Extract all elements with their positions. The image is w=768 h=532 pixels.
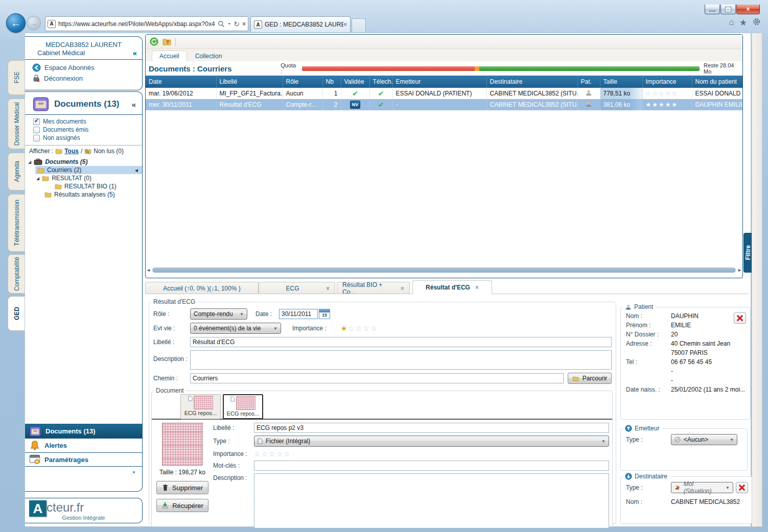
- tree-item-courriers[interactable]: Courriers (2) ◄: [35, 166, 142, 174]
- calendar-icon[interactable]: 15: [319, 309, 330, 319]
- tab-close-icon[interactable]: ×: [401, 285, 404, 292]
- module-tab-ged[interactable]: GED: [8, 296, 25, 331]
- stop-icon[interactable]: ×: [242, 20, 246, 28]
- tree-expander-icon[interactable]: ◢: [28, 160, 31, 164]
- list-tab-accueil[interactable]: Accueil: [152, 51, 187, 61]
- favorites-star-icon[interactable]: ★: [739, 17, 747, 28]
- minimize-button[interactable]: [705, 5, 720, 14]
- col-date[interactable]: Date: [146, 76, 216, 88]
- doc-libelle-input[interactable]: [254, 423, 609, 433]
- back-button[interactable]: ←: [6, 13, 26, 33]
- doc-type-select[interactable]: Fichier (Intégral) ▼: [254, 436, 609, 447]
- module-tab-teletransmission[interactable]: Télétransmission: [8, 194, 25, 252]
- accordion-parametrages[interactable]: Paramétrages: [25, 452, 142, 467]
- module-tab-comptabilite[interactable]: Comptabilité: [8, 254, 25, 294]
- collapse-documents-icon[interactable]: «: [132, 100, 138, 109]
- collapse-account-icon[interactable]: «: [133, 49, 142, 57]
- refresh-icon[interactable]: [150, 37, 158, 46]
- importance-stars[interactable]: ☆☆☆☆☆: [646, 90, 679, 97]
- new-tab-button[interactable]: [352, 18, 366, 32]
- detail-tab-resultat-ecg[interactable]: Résultat d'ECG×: [412, 280, 492, 294]
- col-pat[interactable]: Pat.: [577, 76, 600, 88]
- folder-key-icon[interactable]: [162, 38, 171, 45]
- tree-expander-icon[interactable]: ◢: [36, 176, 39, 181]
- col-role[interactable]: Rôle: [283, 76, 322, 88]
- remove-patient-button[interactable]: [734, 312, 746, 324]
- col-nom-patient[interactable]: Nom du patient: [692, 76, 742, 88]
- tab-close-icon[interactable]: ×: [326, 285, 330, 292]
- url-text[interactable]: https://www.acteurfse.net/Pilote/WebApps…: [58, 20, 218, 28]
- espace-abonnes-link[interactable]: Espace Abonnés: [25, 62, 142, 73]
- home-icon[interactable]: ⌂: [729, 17, 734, 28]
- table-row[interactable]: mar. 19/06/2012 MI_FP_GF21_Factura... Au…: [146, 88, 742, 99]
- col-nb[interactable]: Nb: [322, 76, 341, 88]
- detail-tab-resultat-bio[interactable]: Résultat BIO + Co...×: [337, 282, 410, 294]
- emetteur-type-select[interactable]: <Aucun> ▼: [671, 434, 737, 445]
- col-validee[interactable]: Validée: [341, 76, 369, 88]
- col-telech[interactable]: Télech.: [369, 76, 392, 88]
- date-input[interactable]: [279, 309, 318, 319]
- col-importance[interactable]: Importance: [642, 76, 692, 88]
- browser-tab[interactable]: A GED : MEDCAB3852 LAURE... ×: [250, 16, 351, 32]
- scrollbar-thumb[interactable]: [152, 268, 736, 273]
- accordion-overflow-button[interactable]: ▼: [25, 467, 142, 478]
- col-libelle[interactable]: Libellé: [216, 76, 283, 88]
- recuperer-button[interactable]: Récupérer: [156, 499, 208, 512]
- module-tab-dossier-medical[interactable]: Dossier Médical: [8, 99, 25, 149]
- settings-gear-icon[interactable]: [752, 17, 761, 26]
- document-thumb-tab-selected[interactable]: ECG repos...: [223, 394, 263, 419]
- doc-description-textarea[interactable]: [254, 473, 609, 528]
- document-preview-image[interactable]: [162, 423, 203, 466]
- scroll-left-icon[interactable]: ◄: [146, 268, 151, 273]
- module-tab-fse[interactable]: FSE: [8, 60, 25, 95]
- description-textarea[interactable]: [190, 350, 612, 370]
- chemin-input[interactable]: [190, 373, 564, 383]
- tree-item-resultat-bio[interactable]: RESULTAT BIO (1): [25, 182, 142, 190]
- role-select[interactable]: Compte-rendu▼: [190, 308, 247, 320]
- module-tab-agenda[interactable]: Agenda: [8, 153, 25, 190]
- remove-destinataire-button[interactable]: [736, 482, 748, 493]
- horizontal-scrollbar[interactable]: ◄ ►: [146, 267, 742, 274]
- filter-mes-documents[interactable]: Mes documents: [25, 117, 142, 126]
- close-button[interactable]: ×: [736, 5, 760, 14]
- col-emetteur[interactable]: Emetteur: [392, 76, 486, 88]
- tree-item-resultat[interactable]: ◢ RESULTAT (0): [25, 174, 142, 182]
- checkbox-icon[interactable]: [33, 127, 40, 133]
- libelle-input[interactable]: [190, 337, 612, 347]
- afficher-tous-link[interactable]: Tous: [64, 148, 79, 155]
- filter-non-assignes[interactable]: Non assignés: [25, 134, 142, 142]
- doc-motcles-input[interactable]: [254, 461, 609, 471]
- search-icon[interactable]: [218, 20, 225, 28]
- doc-importance-rating[interactable]: ☆☆☆☆☆: [254, 450, 291, 458]
- refresh-icon[interactable]: ↻: [234, 20, 240, 28]
- checkbox-checked-icon[interactable]: [33, 118, 40, 125]
- col-taille[interactable]: Taille: [600, 76, 642, 88]
- document-thumb-tab[interactable]: ECG repos...: [180, 394, 221, 419]
- tab-close-icon[interactable]: ×: [475, 284, 479, 291]
- accordion-alertes[interactable]: Alertes: [25, 438, 142, 452]
- forward-button[interactable]: →: [27, 16, 41, 30]
- importance-stars[interactable]: ★★★★★: [646, 101, 679, 108]
- table-row-selected[interactable]: mer. 30/11/2011 Résultat d'ECG Compte-r.…: [146, 99, 742, 110]
- importance-rating[interactable]: ★☆☆☆☆: [341, 324, 378, 332]
- parcourir-button[interactable]: Parcourir: [568, 373, 612, 384]
- search-dropdown-icon[interactable]: ▼: [227, 22, 231, 26]
- scroll-right-icon[interactable]: ►: [737, 268, 742, 273]
- filtre-tab[interactable]: Filtre: [743, 233, 752, 273]
- checkbox-icon[interactable]: [33, 135, 40, 141]
- tree-root-documents[interactable]: ◢ Documents (5): [25, 158, 142, 166]
- filter-documents-emis[interactable]: Documents émis: [25, 126, 142, 134]
- supprimer-button[interactable]: Supprimer: [156, 481, 208, 494]
- tab-close-icon[interactable]: ×: [343, 21, 347, 28]
- maximize-button[interactable]: [720, 5, 736, 14]
- evt-vie-select[interactable]: 0 événement(s) de la vie▼: [190, 323, 281, 334]
- detail-tab-ecg[interactable]: ECG×: [259, 282, 335, 294]
- afficher-nonlus-link[interactable]: Non lus (0): [94, 148, 124, 155]
- col-destinataire[interactable]: Destinataire: [486, 76, 577, 88]
- deconnexion-link[interactable]: Déconnexion: [25, 73, 142, 83]
- destinataire-type-select[interactable]: Moi (Situation) ▼: [671, 482, 733, 493]
- list-tab-collection[interactable]: Collection: [188, 51, 229, 61]
- address-bar[interactable]: A https://www.acteurfse.net/Pilote/WebAp…: [45, 16, 248, 31]
- tree-item-resultats-analyses[interactable]: Résultats analyses (5): [25, 190, 142, 199]
- detail-tab-accueil[interactable]: Accueil (↑0, 0% )(↓1, 100% ): [145, 282, 259, 294]
